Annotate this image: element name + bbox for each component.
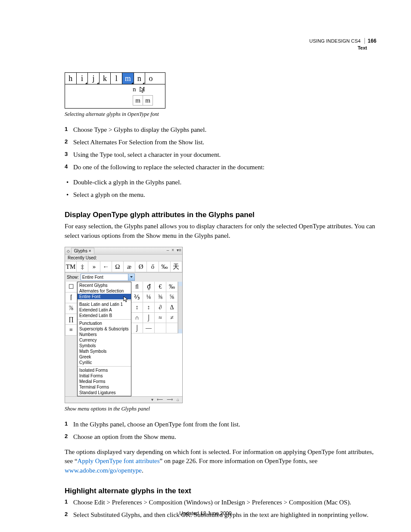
glyph-cell[interactable]: Δ — [166, 302, 178, 313]
heading-display-opentype: Display OpenType glyph attributes in the… — [65, 211, 377, 219]
figure1-caption: Selecting alternate glyphs in OpenType f… — [65, 111, 377, 118]
step-item: 4Do one of the following to replace the … — [65, 163, 377, 172]
cursor-icon — [123, 296, 128, 303]
dropdown-item[interactable]: Currency — [78, 337, 131, 343]
panel-footer-icons[interactable]: ▾ ⟵ ⟶ ⌂ — [151, 397, 181, 402]
show-label: Show: — [67, 275, 79, 280]
menu-icon[interactable]: ▾≡ — [177, 248, 181, 252]
glyph-cell[interactable]: ∩ — [131, 313, 143, 323]
page-footer: Updated 18 June 2009 — [0, 510, 411, 516]
dropdown-item[interactable]: Extended Latin B — [78, 313, 131, 318]
glyph-cell[interactable]: ⅜ — [155, 292, 166, 302]
glyph-cell[interactable]: ↕ — [131, 302, 143, 313]
glyph-cell[interactable] — [166, 323, 178, 333]
panel-tab-glyphs[interactable]: Glyphs × — [71, 248, 94, 254]
dropdown-item[interactable]: Terminal Forms — [78, 384, 131, 390]
intro-paragraph: For easy selection, the Glyphs panel all… — [65, 222, 377, 241]
close-icon[interactable]: × — [171, 248, 174, 252]
glyph-cell[interactable]: ⅝ — [166, 292, 178, 302]
glyph-cell[interactable]: — — [143, 323, 155, 333]
minimize-icon[interactable]: – — [167, 248, 169, 252]
glyph-cell[interactable]: o — [145, 73, 156, 84]
step-item: 1Choose Edit > Preferences > Composition… — [65, 498, 377, 507]
glyph-cell[interactable]: ⅛ — [143, 292, 155, 302]
recent-glyph-cell[interactable]: TM — [65, 261, 77, 272]
recently-used-label: Recently Used: — [65, 255, 182, 261]
bullet-item: Select a glyph on the menu. — [65, 190, 377, 199]
bullet-item: Double-click a glyph in the Glyphs panel… — [65, 178, 377, 187]
link-apply-opentype[interactable]: Apply OpenType font attributes — [78, 457, 160, 464]
glyph-cell[interactable]: l — [111, 73, 122, 84]
running-header: USING INDESIGN CS4 166 Text — [309, 38, 377, 51]
glyph-cell[interactable]: ≈ — [155, 313, 166, 323]
product-name: USING INDESIGN CS4 — [309, 38, 361, 44]
dropdown-item[interactable]: Symbols — [78, 343, 131, 348]
recent-glyph-cell[interactable]: ‰ — [159, 261, 171, 272]
recent-glyph-cell[interactable]: 天 — [171, 261, 182, 272]
glyph-cell[interactable]: ₫ — [143, 282, 155, 292]
figure-glyphs-panel: ◇ Glyphs × – × ▾≡ Recently Used: TM‡»←Ωæ… — [65, 247, 183, 403]
step-item: 1In the Glyphs panel, choose an OpenType… — [65, 420, 377, 429]
glyph-cell[interactable]: ﬂ — [131, 282, 143, 292]
dropdown-item[interactable]: Math Symbols — [78, 348, 131, 354]
cursor-icon — [140, 87, 145, 93]
dropdown-item[interactable]: Isolated Forms — [78, 367, 131, 373]
dropdown-item[interactable]: Recent Glyphs — [78, 283, 131, 288]
step-item: 3Using the Type tool, select a character… — [65, 150, 377, 159]
recent-glyph-cell[interactable]: » — [88, 261, 100, 272]
step-item: 1Choose Type > Glyphs to display the Gly… — [65, 125, 377, 134]
glyph-cell[interactable]: ∂ — [155, 302, 166, 313]
glyph-cell[interactable]: k — [100, 73, 111, 84]
dropdown-item[interactable]: Alternates for Selection — [78, 288, 131, 294]
glyph-cell[interactable] — [155, 323, 166, 333]
glyph-alternate-cell[interactable]: m — [133, 96, 143, 105]
glyph-cell[interactable]: m — [122, 73, 134, 84]
options-paragraph: The options displayed vary depending on … — [65, 448, 377, 476]
figure2-caption: Show menu options in the Glyphs panel — [65, 406, 377, 412]
step-item: 2Select Alternates For Selection from th… — [65, 138, 377, 147]
glyph-cell[interactable]: ‰ — [166, 282, 178, 292]
glyph-cell[interactable]: n — [134, 73, 146, 84]
dropdown-item[interactable]: Punctuation — [78, 320, 131, 326]
dropdown-item[interactable]: Extended Latin A — [78, 307, 131, 313]
glyph-cell[interactable]: ⅔ — [131, 292, 143, 302]
glyph-cell[interactable]: i — [77, 73, 88, 84]
glyph-cell[interactable]: ⌡ — [131, 323, 143, 333]
recent-glyph-cell[interactable]: Ω — [112, 261, 124, 272]
link-adobe-opentype[interactable]: www.adobe.com/go/opentype — [65, 467, 142, 474]
dropdown-item[interactable]: Standard Ligatures — [78, 390, 131, 395]
scrollbar[interactable] — [178, 282, 182, 333]
recent-glyph-cell[interactable]: æ — [124, 261, 135, 272]
page-number: 166 — [364, 38, 377, 44]
recent-glyph-cell[interactable]: ‡ — [77, 261, 88, 272]
heading-highlight-alternate: Highlight alternate glyphs in the text — [65, 487, 377, 495]
dropdown-item[interactable]: Numbers — [78, 332, 131, 337]
glyph-cell[interactable]: ∏ — [65, 314, 77, 325]
glyph-cell[interactable]: h — [65, 73, 77, 84]
bullets-list-1: Double-click a glyph in the Glyphs panel… — [65, 178, 377, 199]
steps-list-2: 1In the Glyphs panel, choose an OpenType… — [65, 420, 377, 442]
glyph-cell[interactable]: ↕ — [143, 302, 155, 313]
figure-alternate-glyphs: hijklmno n M mm — [65, 72, 165, 109]
dropdown-item[interactable]: Greek — [78, 354, 131, 360]
glyph-cell[interactable]: ⌡ — [143, 313, 155, 323]
dropdown-item[interactable]: Superscripts & Subscripts — [78, 326, 131, 332]
recent-glyph-cell[interactable]: ← — [100, 261, 112, 272]
glyph-cell[interactable]: ≠ — [166, 313, 178, 323]
dropdown-item[interactable]: Cyrillic — [78, 360, 131, 365]
glyph-cell[interactable]: € — [155, 282, 166, 292]
section-name: Text — [309, 45, 377, 51]
steps-list-1: 1Choose Type > Glyphs to display the Gly… — [65, 125, 377, 172]
glyph-cell[interactable]: j — [88, 73, 100, 84]
recent-glyph-cell[interactable]: ő — [147, 261, 159, 272]
chevron-down-icon[interactable] — [128, 274, 134, 280]
glyph-cell[interactable]: ☐ — [65, 282, 77, 292]
glyph-alternate-cell[interactable]: m — [143, 96, 153, 105]
glyph-cell[interactable]: ⌈ — [65, 292, 77, 303]
dropdown-item[interactable]: Initial Forms — [78, 373, 131, 379]
glyph-cell[interactable]: ≡ — [65, 325, 77, 336]
show-dropdown[interactable]: Entire Font — [81, 274, 135, 281]
recent-glyph-cell[interactable]: Ø — [135, 261, 147, 272]
glyph-cell[interactable]: ⅞ — [65, 303, 77, 314]
dropdown-item[interactable]: Medial Forms — [78, 379, 131, 384]
